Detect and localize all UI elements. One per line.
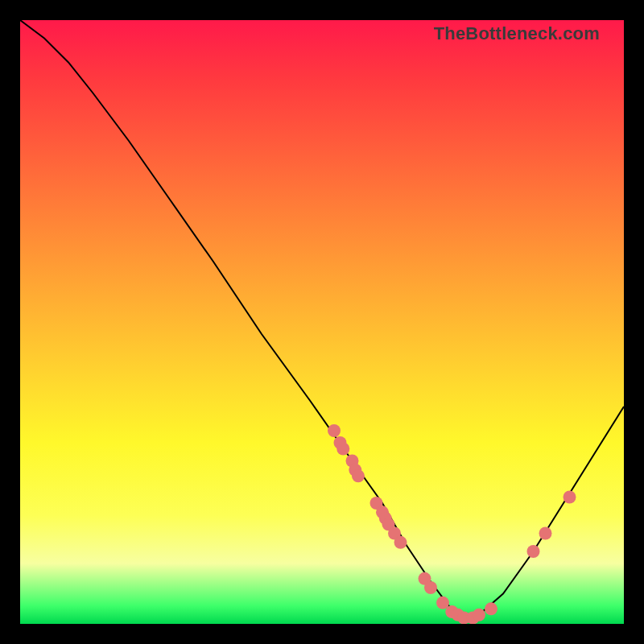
data-point bbox=[328, 424, 341, 437]
data-point bbox=[527, 545, 540, 558]
bottleneck-curve bbox=[20, 20, 624, 618]
scatter-points bbox=[328, 424, 576, 624]
data-point bbox=[424, 581, 437, 594]
data-point bbox=[352, 469, 365, 482]
data-point bbox=[336, 443, 349, 456]
data-point bbox=[485, 602, 497, 615]
data-point bbox=[564, 491, 576, 504]
chart-gradient-area: TheBottleneck.com bbox=[20, 20, 624, 624]
chart-svg bbox=[20, 20, 624, 624]
data-point bbox=[394, 536, 407, 549]
data-point bbox=[473, 609, 485, 621]
data-point bbox=[539, 527, 552, 540]
